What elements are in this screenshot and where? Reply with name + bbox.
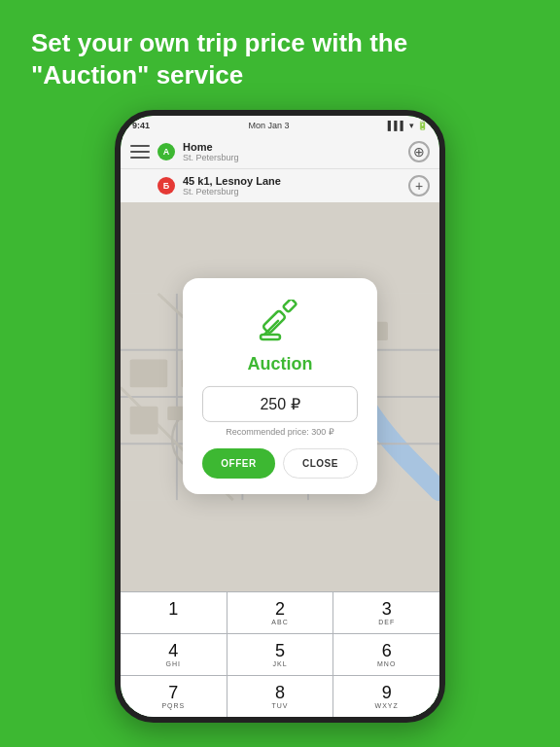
key-8-num: 8 [275, 684, 285, 701]
address-sub-b: St. Petersburg [183, 187, 408, 196]
key-2-num: 2 [275, 600, 285, 618]
phone-screen: 9:41 Mon Jan 3 ▌▌▌ ▾ 🔋 A Home St [121, 116, 439, 717]
key-2-letters: ABC [271, 619, 288, 627]
add-stop-button[interactable]: + [408, 175, 430, 196]
map-area: Auction 250 ₽ Recommended price: 300 ₽ O… [121, 202, 439, 591]
key-7-num: 7 [168, 684, 178, 701]
key-5-letters: JKL [272, 660, 287, 669]
phone-device: 9:41 Mon Jan 3 ▌▌▌ ▾ 🔋 A Home St [115, 110, 445, 723]
key-8[interactable]: 8 TUV [228, 676, 334, 717]
address-row-a[interactable]: A Home St. Petersburg ⊕ [121, 135, 439, 169]
modal-buttons: OFFER CLOSE [202, 448, 358, 479]
key-3[interactable]: 3 DEF [333, 592, 439, 633]
key-6-letters: MNO [377, 660, 396, 669]
svg-rect-12 [130, 407, 158, 435]
marker-a: A [158, 143, 175, 160]
key-9-letters: WXYZ [375, 702, 399, 711]
status-bar: 9:41 Mon Jan 3 ▌▌▌ ▾ 🔋 [121, 116, 439, 135]
close-button[interactable]: CLOSE [283, 448, 358, 479]
battery-icon: 🔋 [417, 121, 428, 130]
price-input[interactable]: 250 ₽ [202, 386, 358, 422]
status-date: Mon Jan 3 [248, 121, 289, 130]
svg-rect-10 [130, 359, 168, 387]
header-text: Set your own trip price with the [31, 28, 407, 57]
key-5-num: 5 [275, 642, 285, 659]
keypad-row-3: 7 PQRS 8 TUV 9 WXYZ [121, 675, 439, 717]
svg-rect-21 [261, 335, 280, 339]
key-9-num: 9 [382, 684, 392, 701]
key-8-letters: TUV [272, 702, 289, 711]
marker-b: Б [158, 177, 175, 195]
address-name-b: 45 k1, Lesnoy Lane [183, 175, 408, 187]
key-3-num: 3 [382, 600, 392, 618]
keypad-row-2: 4 GHI 5 JKL 6 MNO [121, 633, 439, 675]
signal-icon: ▌▌▌ [388, 121, 406, 130]
svg-rect-18 [262, 310, 286, 334]
key-6[interactable]: 6 MNO [333, 634, 439, 675]
recommended-price-label: Recommended price: 300 ₽ [226, 427, 334, 437]
modal-title: Auction [248, 354, 313, 374]
key-2[interactable]: 2 ABC [228, 592, 334, 633]
keypad-row-1: 1 2 ABC 3 DEF [121, 591, 439, 633]
key-1-num: 1 [168, 600, 178, 618]
key-7-letters: PQRS [161, 702, 185, 711]
key-5[interactable]: 5 JKL [228, 634, 334, 675]
wifi-icon: ▾ [409, 121, 414, 130]
auction-modal: Auction 250 ₽ Recommended price: 300 ₽ O… [183, 278, 377, 494]
key-1[interactable]: 1 [121, 592, 228, 633]
address-info-a: Home St. Petersburg [183, 141, 408, 162]
key-7[interactable]: 7 PQRS [121, 676, 228, 717]
key-4[interactable]: 4 GHI [121, 634, 228, 675]
address-name-a: Home [183, 141, 408, 153]
status-time: 9:41 [132, 121, 150, 130]
key-4-letters: GHI [166, 660, 181, 669]
address-info-b: 45 k1, Lesnoy Lane St. Petersburg [183, 175, 408, 196]
header-section: Set your own trip price with the "Auctio… [0, 0, 560, 110]
menu-icon[interactable] [130, 145, 150, 159]
key-6-num: 6 [382, 642, 392, 659]
key-3-letters: DEF [378, 619, 395, 627]
header-text-2: "Auction" service [31, 60, 243, 89]
auction-hammer-icon [257, 300, 303, 348]
status-icons: ▌▌▌ ▾ 🔋 [388, 121, 428, 130]
key-9[interactable]: 9 WXYZ [333, 676, 439, 717]
phone-wrapper: 9:41 Mon Jan 3 ▌▌▌ ▾ 🔋 A Home St [0, 110, 560, 723]
svg-rect-19 [283, 300, 297, 312]
keypad: 1 2 ABC 3 DEF 4 GHI [121, 591, 439, 717]
address-sub-a: St. Petersburg [183, 153, 408, 162]
location-button[interactable]: ⊕ [408, 141, 430, 162]
offer-button[interactable]: OFFER [202, 448, 275, 479]
address-row-b[interactable]: Б 45 k1, Lesnoy Lane St. Petersburg + [121, 169, 439, 202]
address-section: A Home St. Petersburg ⊕ Б 45 k1, Lesnoy … [121, 135, 439, 202]
key-4-num: 4 [168, 642, 178, 659]
